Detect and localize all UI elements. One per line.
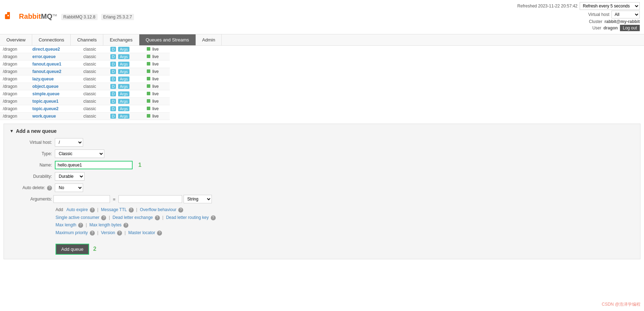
nav-connections[interactable]: Connections [32,34,71,45]
args-badge[interactable]: Args [118,91,130,96]
args-badge[interactable]: Args [118,62,130,67]
durability-select[interactable]: Durable Transient [55,172,85,181]
name-form-label: Name: [10,163,52,168]
arg-max-length-bytes[interactable]: Max length bytes [89,222,122,227]
table-row[interactable]: /dragon simple.queue classic D Args live [0,90,170,98]
arg-max-length[interactable]: Max length [56,222,76,227]
args-badge[interactable]: Args [118,99,130,104]
dead-letter-routing-help[interactable]: ? [211,215,216,220]
queue-link[interactable]: direct.queue2 [32,47,60,52]
arg-overflow-behaviour[interactable]: Overflow behaviour [140,207,176,212]
d-badge: D [110,69,116,74]
queue-link[interactable]: topic.queue1 [32,99,58,104]
queue-name-cell[interactable]: work.queue [29,113,80,120]
queue-link[interactable]: simple.queue [32,91,59,96]
args-equals: = [113,197,116,202]
nav-queues[interactable]: Queues and Streams [139,34,196,45]
type-cell: classic [81,46,108,53]
queue-name-cell[interactable]: fanout.queue2 [29,68,80,75]
durable-cell: D Args [108,98,144,105]
queue-link[interactable]: fanout.queue1 [32,62,61,67]
add-badge: 2 [93,246,97,252]
add-queue-button[interactable]: Add queue [56,244,89,255]
queue-name-cell[interactable]: error.queue [29,53,80,61]
queue-table: /dragon direct.queue2 classic D Args liv… [0,46,170,120]
max-length-help[interactable]: ? [78,223,83,228]
queue-link[interactable]: object.queue [32,84,58,89]
vhost-select[interactable]: All / /dragon [611,11,640,18]
version-help[interactable]: ? [117,231,122,236]
nav-exchanges[interactable]: Exchanges [103,34,139,45]
section-toggle[interactable]: ▼ Add a new queue [10,128,634,134]
max-priority-help[interactable]: ? [90,231,95,236]
durability-form-row: Durability: Durable Transient [10,172,634,181]
table-row[interactable]: /dragon topic.queue2 classic D Args live [0,105,170,113]
table-row[interactable]: /dragon work.queue classic D Args live [0,113,170,120]
arg-master-locator[interactable]: Master locator [128,230,155,235]
single-active-help[interactable]: ? [101,215,106,220]
auto-delete-select[interactable]: No Yes [55,183,83,192]
logo: RabbitMQTM [4,11,57,23]
max-length-bytes-help[interactable]: ? [123,223,128,228]
queue-link[interactable]: lazy.queue [32,77,53,81]
auto-expire-help[interactable]: ? [90,208,95,213]
table-row[interactable]: /dragon fanout.queue1 classic D Args liv… [0,61,170,68]
nav-admin[interactable]: Admin [196,34,222,45]
args-badge[interactable]: Args [118,106,130,111]
refresh-select[interactable]: Refresh every 5 seconds Refresh every 10… [580,2,640,10]
nav-overview[interactable]: Overview [0,34,32,45]
dead-letter-exchange-help[interactable]: ? [155,215,160,220]
queue-name-cell[interactable]: object.queue [29,83,80,90]
table-row[interactable]: /dragon lazy.queue classic D Args live [0,75,170,83]
add-queue-row: Add queue 2 [10,241,634,255]
queue-link[interactable]: fanout.queue2 [32,69,61,74]
table-row[interactable]: /dragon error.queue classic D Args live [0,53,170,61]
overflow-help[interactable]: ? [178,208,183,213]
queue-vhost-select[interactable]: / /dragon [55,138,83,147]
args-val-input[interactable] [118,195,182,203]
arg-version[interactable]: Version [101,230,115,235]
message-ttl-help[interactable]: ? [129,208,134,213]
state-dot [147,84,150,88]
queue-name-input[interactable] [55,161,133,169]
queue-name-cell[interactable]: simple.queue [29,90,80,98]
logout-button[interactable]: Log out [620,25,640,31]
arg-dead-letter-routing[interactable]: Dead letter routing key [166,215,209,220]
queue-link[interactable]: topic.queue2 [32,106,58,111]
nav-channels[interactable]: Channels [71,34,103,45]
queue-name-cell[interactable]: topic.queue1 [29,98,80,105]
arg-message-ttl[interactable]: Message TTL [101,207,127,212]
state-text: live [152,99,159,104]
arg-single-active[interactable]: Single active consumer [56,215,99,220]
queue-name-cell[interactable]: topic.queue2 [29,105,80,113]
args-key-input[interactable] [53,195,110,203]
auto-delete-help[interactable]: ? [47,186,52,191]
d-badge: D [110,99,116,104]
queue-name-cell[interactable]: direct.queue2 [29,46,80,53]
arg-max-priority[interactable]: Maximum priority [56,230,88,235]
args-badge[interactable]: Args [118,114,130,119]
args-badge[interactable]: Args [118,77,130,81]
arg-dead-letter-exchange[interactable]: Dead letter exchange [112,215,153,220]
args-badge[interactable]: Args [118,54,130,59]
svg-rect-0 [5,14,10,19]
master-locator-help[interactable]: ? [157,231,162,236]
args-form-row: Arguments: = String Number Boolean List [10,195,634,203]
state-cell: live [144,46,170,53]
table-row[interactable]: /dragon direct.queue2 classic D Args liv… [0,46,170,53]
state-dot [147,55,150,58]
queue-link[interactable]: error.queue [32,54,56,59]
refreshed-label: Refreshed 2023-11-22 20:57:42 [517,4,578,9]
arg-auto-expire[interactable]: Auto expire [66,207,88,212]
args-badge[interactable]: Args [118,47,130,52]
queue-name-cell[interactable]: fanout.queue1 [29,61,80,68]
args-badge[interactable]: Args [118,69,130,74]
table-row[interactable]: /dragon fanout.queue2 classic D Args liv… [0,68,170,75]
table-row[interactable]: /dragon object.queue classic D Args live [0,83,170,90]
args-badge[interactable]: Args [118,84,130,89]
queue-type-select[interactable]: Classic Quorum Stream [55,149,104,158]
queue-name-cell[interactable]: lazy.queue [29,75,80,83]
queue-link[interactable]: work.queue [32,114,56,119]
args-type-select[interactable]: String Number Boolean List [184,195,212,203]
table-row[interactable]: /dragon topic.queue1 classic D Args live [0,98,170,105]
